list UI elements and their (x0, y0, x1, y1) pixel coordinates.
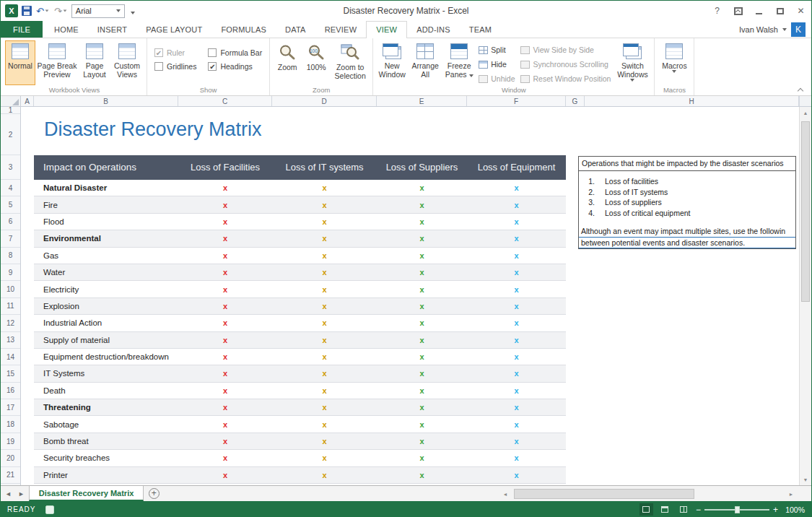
split-button[interactable]: Split (479, 43, 515, 56)
zoom-slider-thumb[interactable] (735, 506, 740, 513)
scroll-up-button[interactable]: ▲ (800, 107, 811, 118)
page-break-preview-button[interactable]: Page Break Preview (35, 40, 79, 85)
vertical-scroll-thumb[interactable] (801, 121, 810, 302)
excel-app-icon[interactable]: X (5, 4, 18, 17)
column-header-A[interactable]: A (21, 96, 34, 106)
column-header-H[interactable]: H (585, 96, 799, 106)
hide-button[interactable]: Hide (479, 58, 515, 71)
row-header-13[interactable]: 13 (1, 332, 20, 349)
collapse-ribbon-button[interactable] (797, 87, 804, 93)
custom-views-button[interactable]: Custom Views (110, 40, 144, 85)
new-sheet-button[interactable]: + (144, 486, 164, 501)
row-header-12[interactable]: 12 (1, 315, 20, 331)
zoom-percentage[interactable]: 100% (782, 505, 805, 514)
row-header-20[interactable]: 20 (1, 450, 20, 466)
row-header-7[interactable]: 7 (1, 230, 20, 247)
column-header-D[interactable]: D (272, 96, 377, 106)
column-header-G[interactable]: G (566, 96, 585, 106)
reset-window-position-button[interactable]: Reset Window Position (520, 72, 611, 85)
status-normal-view-button[interactable] (639, 503, 653, 516)
zoom-in-button[interactable]: + (773, 505, 778, 514)
arrange-all-button[interactable]: Arrange All (408, 40, 442, 85)
qat-customize-button[interactable] (128, 4, 137, 17)
tab-data[interactable]: DATA (276, 21, 315, 38)
column-header-F[interactable]: F (467, 96, 566, 106)
scroll-left-button[interactable]: ◄ (499, 488, 511, 500)
column-header-B[interactable]: B (34, 96, 178, 106)
status-page-break-button[interactable] (677, 503, 691, 516)
minimize-button[interactable] (748, 1, 769, 20)
redo-button[interactable]: ↷ (53, 6, 68, 16)
row-header-11[interactable]: 11 (1, 298, 20, 315)
status-page-layout-button[interactable] (658, 503, 672, 516)
tab-formulas[interactable]: FORMULAS (211, 21, 276, 38)
maximize-button[interactable] (769, 1, 790, 20)
save-button[interactable] (22, 6, 32, 16)
vertical-scroll-track[interactable] (800, 118, 811, 474)
row-header-16[interactable]: 16 (1, 383, 20, 399)
help-button[interactable]: ? (707, 1, 728, 20)
tab-home[interactable]: HOME (45, 21, 88, 38)
unhide-button[interactable]: Unhide (479, 72, 515, 85)
tab-file[interactable]: FILE (1, 21, 43, 38)
tab-view[interactable]: VIEW (366, 21, 407, 38)
sheet-cells[interactable]: Disaster Recovery Matrix Impact on Opera… (21, 107, 799, 485)
row-header-3[interactable]: 3 (1, 155, 20, 180)
page-layout-view-button[interactable]: Page Layout (79, 40, 110, 85)
freeze-panes-button[interactable]: Freeze Panes (442, 40, 476, 85)
select-all-corner[interactable] (1, 96, 21, 106)
synchronous-scrolling-button[interactable]: Synchronous Scrolling (520, 58, 611, 71)
row-header-8[interactable]: 8 (1, 248, 20, 264)
vertical-scrollbar[interactable]: ▲ ▼ (799, 107, 811, 485)
sheet-tab-active[interactable]: Disaster Recovery Matrix (29, 486, 144, 501)
tab-add-ins[interactable]: ADD-INS (407, 21, 460, 38)
scroll-right-button[interactable]: ► (785, 488, 797, 500)
row-header-6[interactable]: 6 (1, 214, 20, 230)
horizontal-scrollbar[interactable]: ◄ ► (499, 488, 797, 500)
tab-insert[interactable]: INSERT (88, 21, 136, 38)
row-header-9[interactable]: 9 (1, 264, 20, 281)
row-header-4[interactable]: 4 (1, 180, 20, 196)
previous-sheet-button[interactable]: ◄ (5, 490, 12, 498)
tab-review[interactable]: REVIEW (315, 21, 367, 38)
zoom-100-button[interactable]: 100 100% (302, 40, 331, 85)
zoom-out-button[interactable]: − (696, 505, 701, 514)
undo-button[interactable]: ↶ (35, 6, 50, 16)
column-header-E[interactable]: E (377, 96, 467, 106)
row-header-5[interactable]: 5 (1, 196, 20, 213)
row-header-2[interactable]: 2 (1, 114, 20, 155)
tab-page-layout[interactable]: PAGE LAYOUT (136, 21, 211, 38)
row-header-17[interactable]: 17 (1, 399, 20, 416)
switch-windows-button[interactable]: Switch Windows (614, 40, 651, 85)
next-sheet-button[interactable]: ► (18, 490, 25, 498)
row-header-18[interactable]: 18 (1, 416, 20, 433)
checkbox-headings[interactable]: ✔Headings (204, 59, 266, 73)
account-name[interactable]: Ivan Walsh (739, 25, 778, 34)
column-header-C[interactable]: C (178, 96, 272, 106)
zoom-to-selection-button[interactable]: Zoom to Selection (331, 40, 370, 85)
tab-team[interactable]: TEAM (460, 21, 501, 38)
view-side-by-side-button[interactable]: View Side by Side (520, 43, 611, 56)
row-header-15[interactable]: 15 (1, 365, 20, 382)
checkbox-ruler[interactable]: ✔Ruler (150, 45, 201, 59)
row-header-19[interactable]: 19 (1, 433, 20, 450)
checkbox-gridlines[interactable]: Gridlines (150, 59, 201, 73)
zoom-slider[interactable] (704, 505, 769, 515)
ribbon-display-options-button[interactable] (728, 1, 748, 20)
macro-record-icon[interactable] (45, 505, 54, 514)
normal-view-button[interactable]: Normal (5, 40, 35, 85)
row-header-10[interactable]: 10 (1, 281, 20, 297)
zoom-button[interactable]: Zoom (273, 40, 302, 85)
checkbox-formula-bar[interactable]: Formula Bar (204, 45, 266, 59)
new-window-button[interactable]: New Window (376, 40, 408, 85)
horizontal-scroll-thumb[interactable] (514, 489, 694, 499)
macros-button[interactable]: Macros (658, 40, 691, 85)
row-header-1[interactable]: 1 (1, 107, 20, 114)
close-button[interactable]: ✕ (790, 1, 811, 20)
user-avatar[interactable]: K (791, 22, 806, 37)
scroll-down-button[interactable]: ▼ (800, 474, 811, 485)
row-header-21[interactable]: 21 (1, 467, 20, 484)
font-name-combobox[interactable]: Arial (71, 4, 125, 18)
row-header-14[interactable]: 14 (1, 349, 20, 365)
horizontal-scroll-track[interactable] (511, 488, 785, 500)
